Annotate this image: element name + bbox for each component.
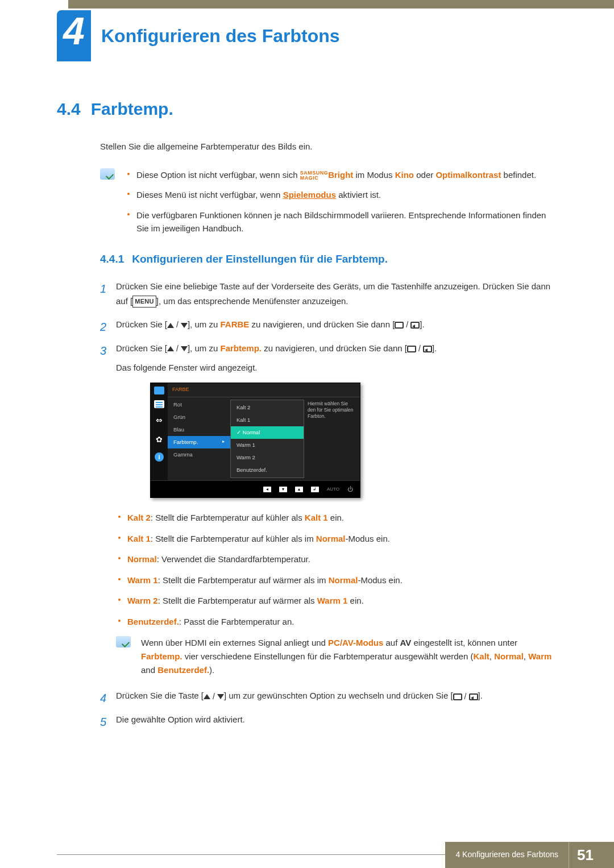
step-number: 4 bbox=[100, 688, 106, 708]
osd-icon-picture bbox=[154, 387, 164, 394]
osd-nav-down-icon: ▾ bbox=[279, 487, 287, 492]
subsection-title: Konfigurieren der Einstellungen für die … bbox=[132, 253, 388, 265]
t: Das folgende Fenster wird angezeigt. bbox=[116, 360, 557, 375]
t: and bbox=[141, 665, 157, 675]
osd-mid-item: Warm 2 bbox=[231, 451, 304, 464]
page-footer: 4 Konfigurieren des Farbtons 51 bbox=[0, 842, 614, 868]
step-5: 5 Die gewählte Option wird aktiviert. bbox=[100, 712, 557, 727]
osd-left-item-selected: Farbtemp. bbox=[168, 436, 230, 448]
t: : Stellt die Farbtemperatur auf wärmer a… bbox=[158, 596, 317, 605]
t: : Verwendet die Standardfarbtemperatur. bbox=[157, 554, 310, 564]
t: ] um zur gewünschten Option zu wechseln … bbox=[224, 691, 453, 700]
opt-ref: Warm 1 bbox=[317, 596, 348, 605]
ref-spielemodus: Spielemodus bbox=[283, 190, 336, 200]
opt-label: Benutzerdef. bbox=[127, 617, 179, 626]
osd-icon-info: i bbox=[155, 452, 164, 462]
t: Drücken Sie [ bbox=[116, 343, 167, 353]
subsection-heading: 4.4.1 Konfigurieren der Einstellungen fü… bbox=[100, 253, 557, 265]
step-number: 2 bbox=[100, 317, 106, 337]
option-item: Benutzerdef.: Passt die Farbtemperatur a… bbox=[116, 616, 557, 629]
opt-ref: Normal bbox=[329, 575, 358, 585]
note-item: Die verfügbaren Funktionen können je nac… bbox=[125, 209, 557, 235]
osd-mid-item: Benutzerdef. bbox=[231, 464, 304, 476]
t: Die gewählte Option wird aktiviert. bbox=[116, 715, 245, 724]
chapter-header: 4 Konfigurieren des Farbtons bbox=[57, 10, 340, 61]
ref-optimalkontrast: Optimalkontrast bbox=[435, 170, 501, 180]
t: Wenn über HDMI ein externes Signal anlie… bbox=[141, 638, 328, 647]
note-item: Diese Option ist nicht verfügbar, wenn s… bbox=[125, 168, 557, 181]
osd-left-item: Rot bbox=[168, 398, 230, 411]
osd-power-icon: ⏻ bbox=[347, 484, 353, 494]
t: -Modus ein. bbox=[358, 575, 402, 585]
note-box-1: Diese Option ist nicht verfügbar, wenn s… bbox=[100, 168, 557, 242]
opt-label: Normal bbox=[127, 554, 157, 564]
t: zu navigieren, und drücken Sie dann [ bbox=[249, 319, 395, 329]
opt-ref: Normal bbox=[316, 534, 346, 543]
osd-nav-left-icon: ◂ bbox=[263, 487, 271, 492]
t: Drücken Sie die Taste [ bbox=[116, 691, 204, 700]
osd-left-item: Blau bbox=[168, 423, 230, 436]
osd-mid-item: Warm 1 bbox=[231, 439, 304, 451]
osd-enter-icon: ↲ bbox=[311, 487, 319, 492]
step-2: 2 Drücken Sie [/], um zu FARBE zu navigi… bbox=[100, 317, 557, 332]
step-number: 3 bbox=[100, 341, 106, 360]
t: ]. bbox=[420, 319, 424, 329]
ref-farbtemp2: Farbtemp. bbox=[141, 651, 182, 661]
up-down-icon: / bbox=[204, 690, 224, 704]
t: ], um das entsprechende Menüfenster anzu… bbox=[156, 296, 349, 306]
brand-magic-bright: SAMSUNGMAGICBright bbox=[300, 170, 354, 180]
t: ], um zu bbox=[188, 319, 221, 329]
banner-top bbox=[68, 0, 614, 9]
option-item: Warm 1: Stellt die Farbtemperatur auf wä… bbox=[116, 574, 557, 587]
t: auf bbox=[383, 638, 400, 647]
t: ). bbox=[209, 665, 214, 675]
section-title: Farbtemp. bbox=[91, 99, 173, 119]
option-item: Warm 2: Stellt die Farbtemperatur auf wä… bbox=[116, 595, 557, 608]
section-number: 4.4 bbox=[57, 99, 81, 119]
osd-side-icons: ⇔ ✿ i bbox=[151, 383, 168, 480]
ref-normal: Normal bbox=[494, 651, 524, 661]
enter-exit-icon: / bbox=[395, 318, 420, 332]
osd-mid-item-selected: Normal bbox=[231, 426, 304, 439]
t: oder bbox=[414, 170, 435, 180]
note-item: Dieses Menü ist nicht verfügbar, wenn Sp… bbox=[125, 188, 557, 201]
t: : Stellt die Farbtemperatur auf wärmer a… bbox=[158, 575, 329, 585]
opt-ref: Kalt 1 bbox=[305, 513, 328, 522]
osd-nav-up-icon: ▴ bbox=[295, 487, 303, 492]
osd-submenu: Kalt 2 Kalt 1 Normal Warm 1 Warm 2 Benut… bbox=[230, 400, 304, 479]
t: eingestellt ist, können unter bbox=[411, 638, 517, 647]
note-icon bbox=[100, 168, 115, 180]
chapter-number-badge: 4 bbox=[57, 10, 91, 61]
opt-label: Warm 1 bbox=[127, 575, 158, 585]
osd-icon-list bbox=[154, 400, 164, 408]
step-3: 3 Drücken Sie [/], um zu Farbtemp. zu na… bbox=[100, 341, 557, 678]
t: : Stellt die Farbtemperatur auf kühler a… bbox=[151, 513, 305, 522]
t: vier verschiedene Einstellungen für die … bbox=[182, 651, 474, 661]
ref-farbtemp: Farbtemp. bbox=[220, 343, 262, 353]
t: : Passt die Farbtemperatur an. bbox=[179, 617, 294, 626]
t: -Modus ein. bbox=[346, 534, 390, 543]
opt-label: Kalt 2 bbox=[127, 513, 151, 522]
osd-mid-item: Kalt 2 bbox=[231, 401, 304, 414]
t: : Stellt die Farbtemperatur auf kühler a… bbox=[151, 534, 316, 543]
t: Dieses Menü ist nicht verfügbar, wenn bbox=[136, 190, 283, 200]
osd-icon-settings: ✿ bbox=[156, 433, 163, 447]
footer-chapter-ref: 4 Konfigurieren des Farbtons bbox=[445, 842, 569, 868]
ref-av: AV bbox=[400, 638, 412, 647]
subsection-number: 4.4.1 bbox=[100, 253, 124, 265]
t: ein. bbox=[328, 513, 344, 522]
t: ein. bbox=[347, 596, 363, 605]
t: , bbox=[489, 651, 494, 661]
ref-warm: Warm bbox=[528, 651, 551, 661]
t: zu navigieren, und drücken Sie dann [ bbox=[262, 343, 407, 353]
footer-page-number: 51 bbox=[569, 842, 601, 868]
option-item: Normal: Verwendet die Standardfarbtemper… bbox=[116, 553, 557, 566]
osd-footer: ◂ ▾ ▴ ↲ AUTO ⏻ bbox=[151, 480, 360, 497]
page-content: 4.4 Farbtemp. Stellen Sie die allgemeine… bbox=[57, 99, 557, 736]
ref-benutz: Benutzerdef. bbox=[157, 665, 209, 675]
osd-help-text: Hiermit wählen Sie den für Sie optimalen… bbox=[304, 397, 360, 481]
intro-text: Stellen Sie die allgemeine Farbtemperatu… bbox=[100, 142, 557, 151]
enter-exit-icon: / bbox=[453, 690, 478, 704]
ref-farbe: FARBE bbox=[220, 319, 249, 329]
t: Drücken Sie [ bbox=[116, 319, 167, 329]
